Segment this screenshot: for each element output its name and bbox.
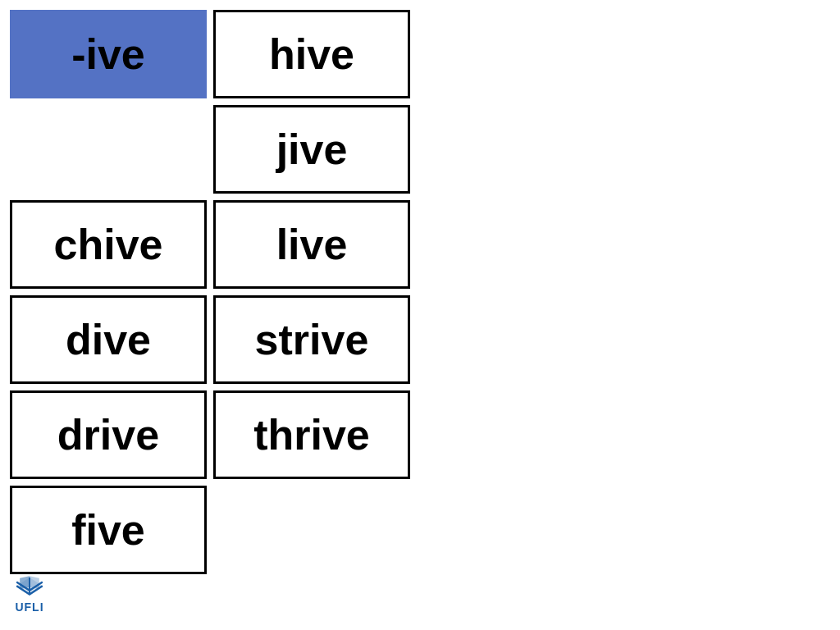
card-live: live (213, 200, 410, 289)
ufli-logo-icon (13, 574, 46, 599)
card-strive: strive (213, 295, 410, 384)
card-chive: chive (10, 200, 207, 289)
ufli-logo-text: UFLI (15, 600, 43, 614)
svg-marker-3 (30, 576, 39, 589)
word-grid: -ive hive jive chive live dive strive dr… (0, 0, 420, 584)
card-drive: drive (10, 390, 207, 479)
empty-cell-1 (10, 105, 207, 194)
empty-cell-2 (213, 486, 410, 574)
card-hive: hive (213, 10, 410, 98)
card-dive: dive (10, 295, 207, 384)
svg-marker-2 (20, 576, 30, 589)
card-thrive: thrive (213, 390, 410, 479)
ufli-logo: UFLI (13, 574, 46, 614)
card-five: five (10, 486, 207, 574)
card-ive: -ive (10, 10, 207, 98)
card-jive: jive (213, 105, 410, 194)
